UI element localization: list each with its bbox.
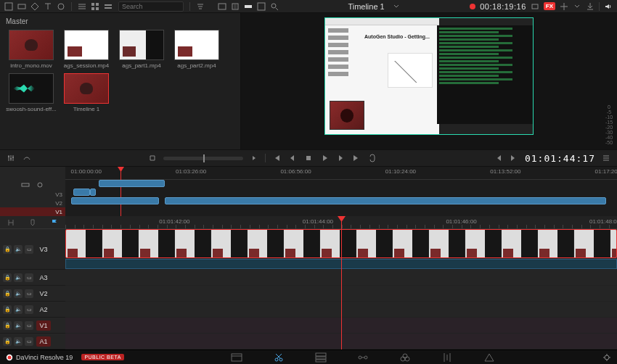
- sync-lock-icon[interactable]: [36, 181, 44, 189]
- media-clip[interactable]: intro_mono.mov: [6, 30, 57, 69]
- strip-view-icon[interactable]: [104, 2, 113, 11]
- lock-icon[interactable]: 🔒: [3, 321, 12, 330]
- viewer[interactable]: AutoGen Studio - Getting... 0-5-10-15-20…: [241, 13, 617, 149]
- deliver-page-icon[interactable]: [483, 352, 496, 363]
- lock-icon[interactable]: 🔒: [3, 289, 12, 298]
- effects-icon[interactable]: [57, 2, 65, 11]
- toggle-icon[interactable]: ▭: [25, 245, 33, 254]
- jog-wheel[interactable]: [163, 157, 243, 160]
- project-settings-icon[interactable]: [602, 353, 611, 362]
- main-timecode[interactable]: 01:01:44:17: [525, 153, 595, 164]
- media-clip[interactable]: ags_session.mp4: [61, 30, 112, 69]
- sync-bin-icon[interactable]: [17, 2, 26, 11]
- mini-track-label[interactable]: V3: [0, 190, 65, 199]
- track-head[interactable]: 🔒🔈▭V1: [0, 318, 65, 334]
- play-icon[interactable]: [319, 153, 330, 163]
- track-tag[interactable]: V3: [36, 246, 51, 253]
- clip-thumbnail[interactable]: [174, 30, 219, 60]
- media-pool-icon[interactable]: [4, 2, 13, 11]
- playhead[interactable]: [341, 216, 342, 349]
- titles-icon[interactable]: [44, 2, 52, 11]
- sort-icon[interactable]: [196, 2, 205, 11]
- clip-thumbnail[interactable]: [9, 73, 54, 104]
- audio-tools-icon[interactable]: [22, 153, 32, 163]
- go-last-icon[interactable]: [351, 153, 361, 163]
- zoom-icon[interactable]: [270, 2, 279, 11]
- tools-icon[interactable]: [560, 2, 568, 11]
- marker-icon[interactable]: [28, 218, 37, 227]
- next-icon[interactable]: [335, 153, 346, 163]
- timecode-option-icon[interactable]: [531, 2, 539, 11]
- mini-track-label[interactable]: V1: [0, 207, 65, 216]
- media-clip[interactable]: Timeline 1: [61, 73, 112, 112]
- track-head[interactable]: 🔒🔈▭V3: [0, 229, 65, 270]
- mute-icon[interactable]: 🔈: [14, 245, 23, 254]
- jump-prev-icon[interactable]: [493, 153, 503, 163]
- fusion-page-icon[interactable]: [356, 352, 369, 363]
- list-view-icon[interactable]: [78, 2, 86, 11]
- flag-icon[interactable]: [50, 218, 59, 227]
- mute-icon[interactable]: 🔈: [14, 321, 23, 330]
- mini-clip[interactable]: [165, 197, 606, 204]
- track-tag[interactable]: V1: [36, 320, 51, 331]
- go-first-icon[interactable]: [271, 153, 282, 163]
- toggle-icon[interactable]: ▭: [25, 273, 33, 282]
- mute-icon[interactable]: 🔈: [14, 289, 23, 298]
- lock-icon[interactable]: 🔒: [3, 337, 12, 346]
- track-head[interactable]: 🔒🔈▭A2: [0, 302, 65, 318]
- track-tag[interactable]: A2: [36, 306, 51, 313]
- toggle-icon[interactable]: ▭: [25, 337, 33, 346]
- lock-icon[interactable]: 🔒: [3, 245, 12, 254]
- track-head[interactable]: 🔒🔈▭A3: [0, 270, 65, 286]
- mini-playhead[interactable]: [120, 167, 121, 216]
- quick-export-icon[interactable]: [586, 2, 594, 11]
- clip-thumbnail[interactable]: [9, 30, 54, 60]
- framerate-icon[interactable]: [231, 2, 240, 11]
- mini-clip[interactable]: [90, 189, 96, 196]
- track-head[interactable]: 🔒🔈▭A1: [0, 334, 65, 349]
- toggle-icon[interactable]: ▭: [25, 321, 33, 330]
- media-clip[interactable]: ags_part1.mp4: [116, 30, 167, 69]
- mixer-icon[interactable]: [6, 153, 16, 163]
- color-page-icon[interactable]: [399, 352, 412, 363]
- lock-icon[interactable]: 🔒: [3, 273, 12, 282]
- track-tag[interactable]: A1: [36, 336, 51, 347]
- chevron-down-icon[interactable]: [392, 2, 401, 11]
- full-view-icon[interactable]: [257, 2, 266, 11]
- media-clip[interactable]: ags_part2.mp4: [171, 30, 222, 69]
- boring-detector-icon[interactable]: [244, 2, 253, 11]
- track-tag[interactable]: A3: [36, 274, 51, 281]
- toggle-icon[interactable]: ▭: [25, 305, 33, 314]
- shuttle-icon[interactable]: [249, 153, 259, 163]
- mute-icon[interactable]: 🔈: [14, 337, 23, 346]
- speaker-icon[interactable]: [604, 2, 613, 11]
- master-bin-label[interactable]: Master: [6, 16, 234, 30]
- mini-track-label[interactable]: V2: [0, 199, 65, 207]
- fairlight-page-icon[interactable]: [441, 352, 454, 363]
- mini-clip[interactable]: [71, 197, 160, 204]
- assemble-icon[interactable]: [147, 153, 158, 163]
- media-clip[interactable]: swoosh-sound-eff...: [6, 73, 57, 112]
- search-input[interactable]: [118, 1, 184, 12]
- jump-next-icon[interactable]: [509, 153, 519, 163]
- mini-timeline[interactable]: V3V2V1 01:00:00:0001:03:26:0001:06:56:00…: [0, 167, 617, 216]
- thumb-view-icon[interactable]: [91, 2, 99, 11]
- media-page-icon[interactable]: [230, 352, 243, 363]
- track-tag[interactable]: V2: [36, 290, 51, 297]
- fx-badge[interactable]: FX: [544, 2, 555, 10]
- edit-page-icon[interactable]: [314, 352, 327, 363]
- clip-thumbnail[interactable]: [64, 73, 109, 104]
- cut-page-icon[interactable]: [272, 352, 285, 363]
- transitions-icon[interactable]: [30, 2, 39, 11]
- resolution-icon[interactable]: [218, 2, 226, 11]
- prev-icon[interactable]: [287, 153, 298, 163]
- mute-icon[interactable]: 🔈: [14, 305, 23, 314]
- timeline-view-icon[interactable]: [21, 181, 30, 189]
- mini-clip[interactable]: [73, 189, 90, 196]
- menu-icon[interactable]: [601, 153, 611, 163]
- stop-icon[interactable]: [303, 153, 314, 163]
- loop-icon[interactable]: [367, 153, 377, 163]
- chevron-down-icon[interactable]: [573, 2, 581, 11]
- clip-thumbnail[interactable]: [119, 30, 164, 60]
- app-logo[interactable]: DaVinci Resolve 19: [6, 354, 73, 361]
